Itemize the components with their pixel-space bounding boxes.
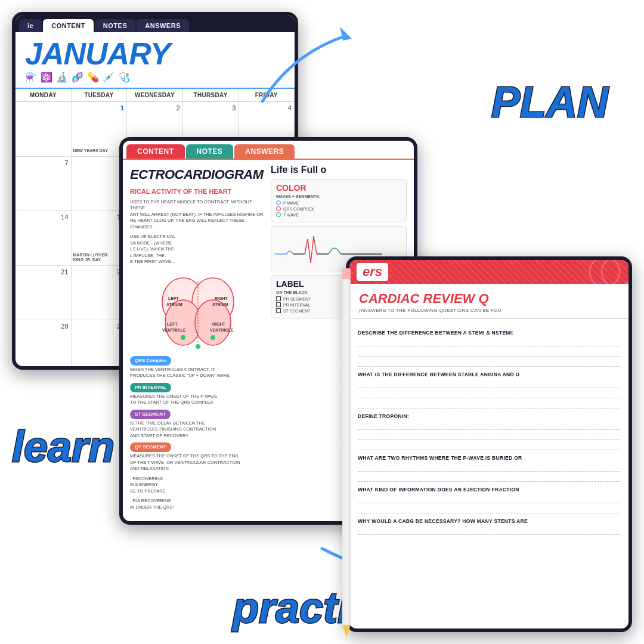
question-4: WHAT ARE TWO RHYTHMS WHERE THE P-WAVE IS…: [358, 455, 620, 461]
cal-tab-ie[interactable]: ie: [19, 19, 42, 32]
tablet-answers: ers CARDiAC ReVieW Q (ANSWERS TO THE FOL…: [346, 256, 632, 632]
calendar-month: JANUARY: [25, 38, 285, 69]
cal-cell: [16, 102, 72, 157]
svg-text:ATRIUM: ATRIUM: [212, 302, 228, 306]
answers-body: DESCRIBE THE DIFFERENCE BETWEEN A STEMI …: [349, 319, 628, 628]
scene: ie CONTENT NOTES ANSWERS JANUARY ⚗️ ⚛️ 🔬…: [0, 0, 644, 644]
t-wave-label: T WAVE: [283, 213, 299, 217]
color-item-t: T WAVE: [276, 212, 401, 217]
pr-int-label: PR INTERVAL: [283, 303, 310, 307]
answer-line-3b: [358, 432, 620, 440]
svg-text:RIGHT: RIGHT: [212, 322, 226, 326]
stethoscope-icon: 🩺: [118, 72, 130, 83]
waves-label: WAVES + SEGMENTS:: [276, 194, 401, 199]
svg-text:VENTRICLE: VENTRICLE: [210, 328, 234, 332]
pencil-body: [342, 279, 351, 625]
cardiac-review-header: CARDiAC ReVieW Q (ANSWERS TO THE FOLLOWI…: [349, 284, 628, 319]
answers-subtitle: (ANSWERS TO THE FOLLOWING QUESTIONS CAN …: [359, 308, 619, 313]
answer-line-2c: [358, 400, 620, 408]
content-tabs: CONTENT NOTES ANSWERS: [123, 141, 414, 160]
dna-icon: 🧬: [72, 72, 83, 83]
pill-icon: 💊: [87, 72, 99, 83]
apple-pencil: [341, 268, 352, 638]
answer-line-5a: [358, 495, 620, 503]
atom-icon: ⚛️: [41, 72, 52, 83]
ecg-note-3: - IN THE EKG- HE EKG- UCH AS A PVC: [130, 514, 266, 515]
qrs-dot: [276, 206, 281, 211]
flask-icon: ⚗️: [25, 72, 37, 83]
cal-cell: 7: [16, 157, 72, 212]
ecg-qt-section: QT SEGMENT MEASURES THE ONSET OF THE QRS…: [130, 442, 266, 472]
cal-cell: 28: [16, 320, 72, 366]
cal-cell: 21: [16, 266, 72, 321]
pencil-eraser: [342, 268, 351, 279]
content-tab-answers[interactable]: ANSWERS: [234, 144, 295, 159]
label-plan: PLAN: [491, 78, 608, 126]
heart-svg: LEFT ATRIUM RIGHT ATRIUM LEFT VENTRICLE …: [150, 269, 246, 352]
pr-int-sq: [276, 302, 281, 307]
syringe-icon: 💉: [103, 72, 114, 83]
ecg-note-2: - RIA RECOVERINGIN UNDER THE QRS!: [130, 498, 266, 510]
pr-seg-label: PR SEGMENT: [283, 297, 311, 301]
p-wave-label: P WAVE: [283, 201, 299, 205]
qrs-badge: QRS Complex: [130, 356, 171, 366]
question-5: WHAT KIND OF INFORMATION DOES AN EJECTIO…: [358, 487, 620, 493]
cal-tab-content[interactable]: CONTENT: [43, 19, 94, 32]
color-item-p: P WAVE: [276, 200, 401, 205]
t-wave-dot: [276, 212, 281, 217]
svg-text:ATRIUM: ATRIUM: [166, 302, 182, 306]
pr-text: MEASURES THE ONSET OF THE P WAVETO THE S…: [130, 394, 266, 406]
st-seg-label: ST SEGMENT: [283, 309, 310, 313]
color-item-qrs: QRS COMPLEX: [276, 206, 401, 211]
ecg-text-1: USES TO THE HEART MUSCLE TO CONTRACT. WI…: [130, 199, 266, 231]
answers-top-label: ers: [357, 263, 388, 281]
cal-tab-answers[interactable]: ANSWERS: [137, 19, 189, 32]
question-1: DESCRIBE THE DIFFERENCE BETWEEN A STEMI …: [358, 330, 620, 336]
answers-top-strip: ers: [349, 260, 628, 284]
day-wednesday: WEDNESDAY: [127, 89, 183, 101]
ecg-qrs-section: QRS Complex WHEN THE VENTRICLES CONTRACT…: [130, 356, 266, 379]
answer-line-2a: [358, 380, 620, 388]
answer-line-1a: [358, 338, 620, 346]
pencil-tip: [342, 625, 351, 637]
arrow-to-plan: [256, 18, 364, 113]
cal-tab-notes[interactable]: NOTES: [95, 19, 135, 32]
ecg-left-panel: ECTROCARDIOGRAM RICAL ACTIVITY OF THE HE…: [130, 165, 266, 515]
answer-line-6a: [358, 527, 620, 535]
cardiac-title: CARDiAC ReVieW Q: [359, 291, 619, 306]
cal-cell: 14: [16, 211, 72, 266]
day-tuesday: TUESDAY: [72, 89, 128, 101]
label-learn: LeARN: [12, 422, 114, 471]
heart-diagram-area: LEFT ATRIUM RIGHT ATRIUM LEFT VENTRICLE …: [130, 269, 266, 352]
svg-point-14: [210, 335, 215, 340]
qt-badge: QT SEGMENT: [130, 442, 171, 452]
st-text: IS THE TIME DELAY BETWEEN THEVENTRICLES …: [130, 420, 266, 439]
ecg-text-2: USE OF ELECTRICALSA NODE - (WHERELS LIVE…: [130, 234, 266, 265]
microscope-icon: 🔬: [56, 72, 68, 83]
qrs-text: WHEN THE VENTRICLES CONTRACT, ITPRODUCES…: [130, 367, 266, 379]
content-tab-content[interactable]: CONTENT: [126, 144, 185, 159]
answer-line-1b: [358, 348, 620, 357]
svg-line-18: [305, 239, 308, 254]
calendar-tabs: ie CONTENT NOTES ANSWERS: [16, 16, 295, 32]
pr-badge: PR INTERVAL: [130, 383, 171, 392]
calendar-days-header: MONDAY TUESDAY WEDNESDAY THURSDAY FRIDAY: [16, 89, 295, 102]
content-tab-notes[interactable]: NOTES: [186, 144, 234, 159]
answer-line-3c: [358, 442, 620, 450]
svg-point-24: [602, 260, 628, 284]
qrs-label: QRS COMPLEX: [283, 207, 314, 211]
pr-seg-sq: [276, 296, 281, 301]
day-monday: MONDAY: [16, 89, 72, 101]
calendar-icons: ⚗️ ⚛️ 🔬 🧬 💊 💉 🩺: [25, 72, 285, 83]
svg-text:LEFT: LEFT: [167, 322, 178, 326]
answer-line-2b: [358, 390, 620, 398]
svg-text:VENTRICLE: VENTRICLE: [162, 328, 186, 332]
ecg-subtitle: RICAL ACTIVITY OF THE HEART: [130, 187, 266, 197]
svg-line-20: [311, 236, 314, 263]
qt-text: MEASURES THE ONSET OF THE QRS TO THE END…: [130, 453, 266, 472]
svg-point-15: [196, 344, 200, 349]
answer-line-1c: [358, 358, 620, 367]
color-box: COLOR WAVES + SEGMENTS: P WAVE QRS COMPL…: [271, 179, 407, 222]
calendar-header: JANUARY ⚗️ ⚛️ 🔬 🧬 💊 💉 🩺: [16, 32, 295, 89]
color-box-title: COLOR: [276, 183, 401, 193]
